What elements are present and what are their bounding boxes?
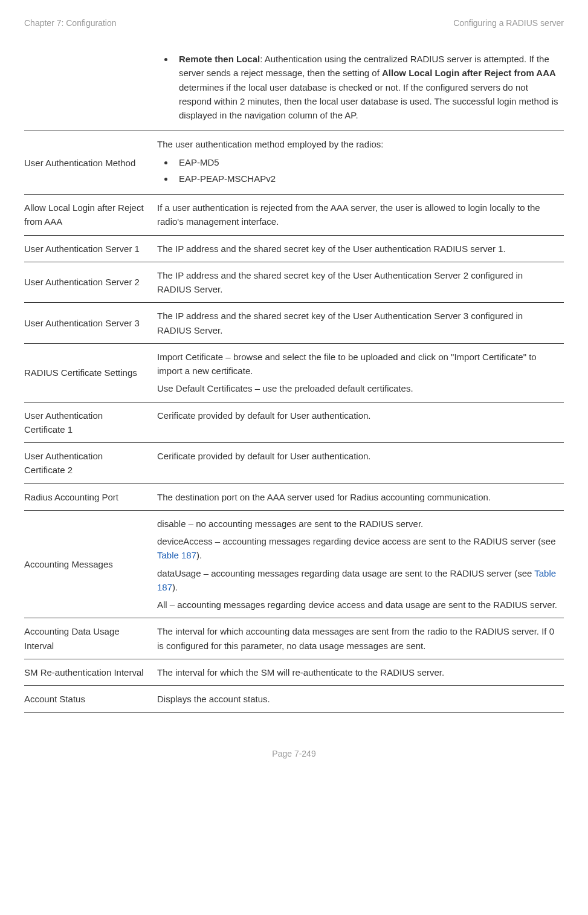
table-row: User Authentication Server 2 The IP addr… <box>24 262 564 303</box>
desc-cell: The destination port on the AAA server u… <box>150 483 564 510</box>
desc-cell: If a user authentication is rejected fro… <box>150 195 564 236</box>
attr-cell: Accounting Messages <box>24 510 150 618</box>
text: dataUsage – accounting messages regardin… <box>157 566 559 595</box>
attr-cell <box>24 52 150 131</box>
table-row: Radius Accounting Port The destination p… <box>24 483 564 510</box>
attr-cell: User Authentication Method <box>24 131 150 195</box>
desc-cell: Remote then Local: Authentication using … <box>150 52 564 131</box>
header-right: Configuring a RADIUS server <box>453 18 564 28</box>
attr-cell: Account Status <box>24 686 150 713</box>
table-row: User Authentication Certificate 2 Cerifi… <box>24 443 564 484</box>
attr-cell: Radius Accounting Port <box>24 483 150 510</box>
text: All – accounting messages regarding devi… <box>157 598 559 612</box>
list-item: Remote then Local: Authentication using … <box>174 52 559 122</box>
attr-cell: SM Re-authentication Interval <box>24 659 150 685</box>
desc-cell: The IP address and the shared secret key… <box>150 235 564 262</box>
attr-cell: User Authentication Server 2 <box>24 262 150 303</box>
desc-cell: The interval for which the SM will re-au… <box>150 659 564 685</box>
list-item: EAP-PEAP-MSCHAPv2 <box>174 172 559 186</box>
bold-text: Allow Local Login after Reject from AAA <box>382 68 556 78</box>
attr-cell: User Authentication Server 3 <box>24 303 150 344</box>
table-row: User Authentication Method The user auth… <box>24 131 564 195</box>
table-row: Accounting Messages disable – no account… <box>24 510 564 618</box>
table-row: Accounting Data Usage Interval The inter… <box>24 618 564 659</box>
text: Use Default Certificates – use the prelo… <box>157 381 559 395</box>
page-header: Chapter 7: Configuration Configuring a R… <box>24 18 564 28</box>
attr-cell: Accounting Data Usage Interval <box>24 618 150 659</box>
text: deviceAccess – accounting messages regar… <box>157 534 559 563</box>
config-table: Remote then Local: Authentication using … <box>24 52 564 713</box>
attr-cell: Allow Local Login after Reject from AAA <box>24 195 150 236</box>
header-left: Chapter 7: Configuration <box>24 18 117 28</box>
desc-cell: Cerificate provided by default for User … <box>150 443 564 484</box>
table-row: User Authentication Certificate 1 Cerifi… <box>24 402 564 443</box>
text: The user authentication method employed … <box>157 137 559 151</box>
attr-cell: User Authentication Certificate 2 <box>24 443 150 484</box>
table-row: User Authentication Server 1 The IP addr… <box>24 235 564 262</box>
attr-cell: User Authentication Certificate 1 <box>24 402 150 443</box>
desc-cell: The user authentication method employed … <box>150 131 564 195</box>
text: disable – no accounting messages are sen… <box>157 517 559 531</box>
page-footer: Page 7-249 <box>24 749 564 758</box>
text: Import Cetificate – browse and select th… <box>157 350 559 378</box>
desc-cell: Cerificate provided by default for User … <box>150 402 564 443</box>
text: determines if the local user database is… <box>179 82 558 121</box>
desc-cell: The IP address and the shared secret key… <box>150 262 564 303</box>
desc-cell: Displays the account status. <box>150 686 564 713</box>
bold-text: Remote then Local <box>179 54 260 64</box>
table-row: Account Status Displays the account stat… <box>24 686 564 713</box>
desc-cell: disable – no accounting messages are sen… <box>150 510 564 618</box>
table-row: Allow Local Login after Reject from AAA … <box>24 195 564 236</box>
desc-cell: The IP address and the shared secret key… <box>150 303 564 344</box>
link-text[interactable]: Table 187 <box>157 550 196 560</box>
desc-cell: The interval for which accounting data m… <box>150 618 564 659</box>
table-row: User Authentication Server 3 The IP addr… <box>24 303 564 344</box>
list-item: EAP-MD5 <box>174 155 559 169</box>
attr-cell: RADIUS Certificate Settings <box>24 343 150 402</box>
table-row: RADIUS Certificate Settings Import Cetif… <box>24 343 564 402</box>
attr-cell: User Authentication Server 1 <box>24 235 150 262</box>
table-row: SM Re-authentication Interval The interv… <box>24 659 564 685</box>
table-row: Remote then Local: Authentication using … <box>24 52 564 131</box>
desc-cell: Import Cetificate – browse and select th… <box>150 343 564 402</box>
